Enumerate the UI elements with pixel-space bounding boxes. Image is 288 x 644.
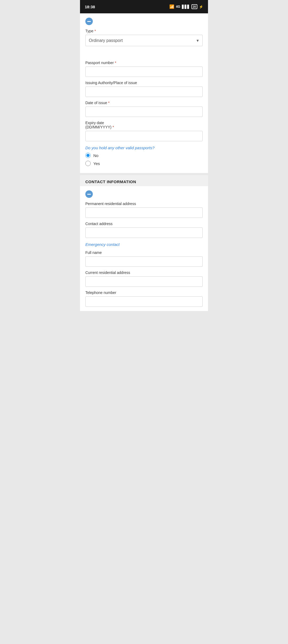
time-display: 18:38: [85, 5, 95, 9]
contact-section-header: CONTACT INFORMATION: [80, 175, 208, 186]
contact-address-label: Contact address: [85, 222, 203, 226]
other-passports-question: Do you hold any other valid passports?: [85, 146, 203, 150]
toggle-minus-icon-2: [87, 194, 91, 195]
other-passports-radio-group: No Yes: [85, 153, 203, 166]
contact-section-title: CONTACT INFORMATION: [85, 179, 203, 184]
current-residential-input[interactable]: [85, 276, 203, 287]
type-label: Type *: [85, 29, 203, 33]
type-select-wrapper: Ordinary passport Official passport Dipl…: [85, 35, 203, 46]
passport-section-toggle[interactable]: [85, 18, 93, 25]
contact-section: Permanent residential address Contact ad…: [80, 186, 208, 311]
contact-section-toggle[interactable]: [85, 190, 93, 198]
issuing-authority-input[interactable]: [85, 87, 203, 97]
date-of-issue-label: Date of issue *: [85, 101, 203, 105]
expiry-date-input[interactable]: [85, 131, 203, 141]
issuing-authority-label: Issuing Authority/Place of issue: [85, 81, 203, 85]
battery-label: 20: [191, 4, 197, 9]
date-of-issue-input[interactable]: [85, 107, 203, 117]
radio-yes-input[interactable]: [85, 161, 91, 166]
passport-section: Type * Ordinary passport Official passpo…: [80, 13, 208, 173]
status-bar: 18:38 📶 4G ▋▋▋ 20 ⚡: [80, 0, 208, 13]
type-select[interactable]: Ordinary passport Official passport Dipl…: [85, 35, 203, 46]
network-label: 4G: [176, 5, 180, 9]
current-residential-label: Current residential address: [85, 270, 203, 275]
toggle-minus-icon: [87, 21, 91, 22]
contact-address-input[interactable]: [85, 227, 203, 238]
passport-number-input[interactable]: [85, 66, 203, 77]
status-icons: 📶 4G ▋▋▋ 20 ⚡: [169, 4, 203, 9]
radio-yes-item[interactable]: Yes: [85, 161, 203, 166]
permanent-address-input[interactable]: [85, 207, 203, 218]
passport-number-label: Passport number *: [85, 61, 203, 65]
telephone-label: Telephone number: [85, 290, 203, 295]
wifi-icon: 📶: [169, 4, 174, 9]
radio-yes-label: Yes: [93, 161, 100, 166]
expiry-date-label: Expiry date(DD/MM/YYYY) *: [85, 121, 203, 129]
emergency-contact-label: Emergency contact: [85, 242, 203, 247]
signal-icon: ▋▋▋: [182, 5, 190, 9]
radio-no-label: No: [93, 153, 98, 158]
full-name-label: Full name: [85, 250, 203, 255]
full-name-input[interactable]: [85, 256, 203, 267]
charging-icon: ⚡: [199, 5, 203, 9]
telephone-input[interactable]: [85, 296, 203, 307]
permanent-address-label: Permanent residential address: [85, 202, 203, 206]
radio-no-input[interactable]: [85, 153, 91, 158]
radio-no-item[interactable]: No: [85, 153, 203, 158]
